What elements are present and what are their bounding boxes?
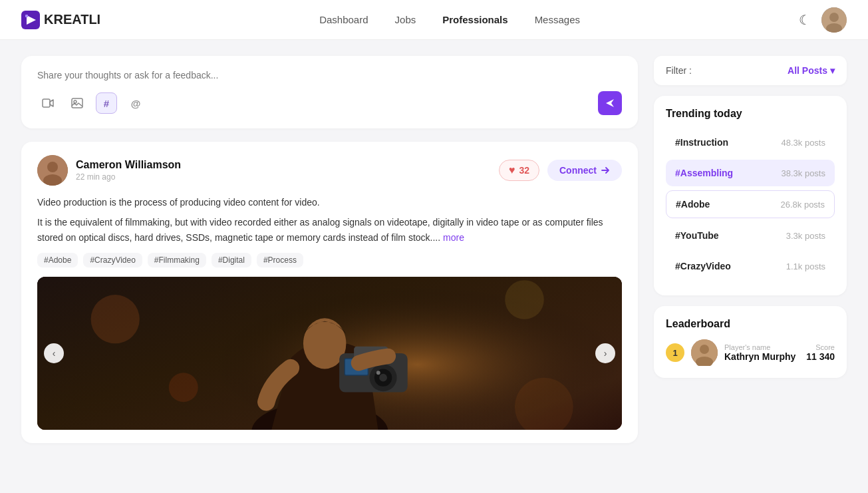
video-tool-button[interactable] bbox=[37, 92, 59, 114]
svg-point-24 bbox=[91, 295, 140, 343]
trend-tag-crazyvideo: #CrazyVideo bbox=[675, 261, 731, 271]
rank-badge-1: 1 bbox=[666, 343, 684, 362]
filter-value-label: All Posts bbox=[788, 65, 827, 76]
hashtag-tool-button[interactable]: # bbox=[96, 92, 117, 114]
trend-item-youtube[interactable]: #YouTube 3.3k posts bbox=[666, 222, 835, 249]
leaderboard-card: Leaderboard 1 Player's name Kathryn Murp… bbox=[654, 306, 847, 378]
mention-icon: @ bbox=[131, 98, 141, 109]
connect-label: Connect bbox=[559, 165, 597, 176]
lb-avatar-image bbox=[691, 339, 718, 366]
leaderboard-avatar-1 bbox=[691, 339, 718, 366]
post-card: Cameron Williamson 22 min ago ♥ 32 Conne… bbox=[21, 142, 638, 443]
trend-item-crazyvideo[interactable]: #CrazyVideo 1.1k posts bbox=[666, 253, 835, 279]
lb-name-label: Player's name bbox=[724, 343, 799, 351]
tag-filmmaking[interactable]: #Filmmaking bbox=[148, 253, 206, 267]
post-image-svg bbox=[37, 277, 622, 430]
trend-item-instruction[interactable]: #Instruction 48.3k posts bbox=[666, 129, 835, 156]
post-author: Cameron Williamson 22 min ago bbox=[37, 155, 181, 186]
main-nav: Dashboard Jobs Professionals Messages bbox=[319, 14, 580, 25]
trend-tag-youtube: #YouTube bbox=[675, 230, 719, 241]
lb-score-label: Score bbox=[806, 343, 835, 351]
filter-bar: Filter : All Posts ▾ bbox=[654, 56, 847, 85]
trend-count-crazyvideo: 1.1k posts bbox=[786, 261, 825, 271]
trending-card: Trending today #Instruction 48.3k posts … bbox=[654, 96, 847, 295]
dark-mode-toggle[interactable]: ☾ bbox=[799, 12, 811, 28]
svg-rect-6 bbox=[43, 99, 50, 107]
lb-score: 11 340 bbox=[806, 351, 835, 362]
nav-dashboard[interactable]: Dashboard bbox=[319, 14, 368, 25]
author-info: Cameron Williamson 22 min ago bbox=[76, 159, 181, 182]
sidebar-column: Filter : All Posts ▾ Trending today #Ins… bbox=[654, 56, 847, 443]
hashtag-icon: # bbox=[104, 98, 109, 109]
trend-tag-adobe: #Adobe bbox=[676, 199, 710, 210]
post-tags: #Adobe #CrazyVideo #Filmmaking #Digital … bbox=[37, 253, 622, 267]
svg-point-26 bbox=[169, 373, 198, 402]
svg-point-10 bbox=[47, 162, 58, 172]
author-avatar bbox=[37, 155, 68, 186]
carousel-prev-button[interactable]: ‹ bbox=[44, 343, 64, 363]
svg-point-21 bbox=[376, 371, 380, 375]
post-header: Cameron Williamson 22 min ago ♥ 32 Conne… bbox=[37, 155, 622, 186]
svg-point-25 bbox=[505, 280, 544, 319]
trend-tag-assembling: #Assembling bbox=[675, 168, 733, 178]
image-tool-button[interactable] bbox=[67, 92, 88, 114]
more-link[interactable]: more bbox=[443, 232, 464, 243]
lb-name: Kathryn Murphy bbox=[724, 351, 799, 362]
trend-count-youtube: 3.3k posts bbox=[786, 231, 825, 241]
post-image: ‹ › bbox=[37, 277, 622, 430]
logo[interactable]: KREATLI bbox=[21, 11, 100, 29]
trend-item-assembling[interactable]: #Assembling 38.3k posts bbox=[666, 160, 835, 186]
like-button[interactable]: ♥ 32 bbox=[499, 160, 539, 181]
tag-adobe[interactable]: #Adobe bbox=[37, 253, 78, 267]
carousel-next-button[interactable]: › bbox=[595, 343, 615, 363]
post-text-2: It is the equivalent of filmmaking, but … bbox=[37, 215, 622, 245]
filter-label: Filter : bbox=[666, 65, 692, 76]
composer-input[interactable] bbox=[37, 70, 622, 81]
svg-rect-7 bbox=[72, 98, 82, 108]
mention-tool-button[interactable]: @ bbox=[125, 92, 146, 114]
leaderboard-score-col: Score 11 340 bbox=[806, 343, 835, 362]
filter-chevron-icon: ▾ bbox=[830, 65, 835, 76]
send-button[interactable] bbox=[598, 91, 622, 115]
svg-point-20 bbox=[379, 374, 387, 382]
author-time: 22 min ago bbox=[76, 172, 181, 182]
post-text-1: Video production is the process of produ… bbox=[37, 195, 622, 210]
tag-digital[interactable]: #Digital bbox=[212, 253, 251, 267]
trending-title: Trending today bbox=[666, 108, 835, 120]
post-actions: ♥ 32 Connect bbox=[499, 160, 622, 181]
like-count: 32 bbox=[519, 165, 529, 176]
image-icon bbox=[71, 97, 83, 109]
main-layout: # @ bbox=[0, 40, 868, 459]
send-icon bbox=[605, 98, 615, 108]
logo-icon bbox=[21, 11, 40, 29]
connect-arrow-icon bbox=[601, 166, 610, 175]
author-name: Cameron Williamson bbox=[76, 159, 181, 171]
header: KREATLI Dashboard Jobs Professionals Mes… bbox=[0, 0, 868, 40]
feed-column: # @ bbox=[21, 56, 638, 443]
leaderboard-title: Leaderboard bbox=[666, 318, 835, 330]
leaderboard-item-1: 1 Player's name Kathryn Murphy Score 11 … bbox=[666, 339, 835, 366]
video-icon bbox=[42, 97, 54, 109]
heart-icon: ♥ bbox=[509, 164, 515, 176]
post-composer: # @ bbox=[21, 56, 638, 128]
header-right: ☾ bbox=[799, 7, 847, 33]
nav-messages[interactable]: Messages bbox=[535, 14, 580, 25]
tag-crazyvideo[interactable]: #CrazyVideo bbox=[83, 253, 142, 267]
trend-count-instruction: 48.3k posts bbox=[782, 138, 826, 148]
trend-item-adobe[interactable]: #Adobe 26.8k posts bbox=[666, 190, 835, 218]
trend-count-adobe: 26.8k posts bbox=[781, 200, 825, 210]
user-avatar[interactable] bbox=[821, 7, 847, 33]
filter-dropdown[interactable]: All Posts ▾ bbox=[788, 65, 835, 76]
trend-tag-instruction: #Instruction bbox=[675, 137, 728, 148]
composer-toolbar: # @ bbox=[37, 91, 622, 115]
leaderboard-info-1: Player's name Kathryn Murphy bbox=[724, 343, 799, 362]
composer-tools: # @ bbox=[37, 92, 146, 114]
nav-professionals[interactable]: Professionals bbox=[442, 14, 507, 25]
connect-button[interactable]: Connect bbox=[547, 160, 622, 181]
tag-process[interactable]: #Process bbox=[257, 253, 303, 267]
svg-point-29 bbox=[700, 345, 709, 354]
logo-text: KREATLI bbox=[44, 12, 100, 27]
nav-jobs[interactable]: Jobs bbox=[395, 14, 416, 25]
avatar-image bbox=[821, 7, 847, 33]
svg-rect-2 bbox=[25, 15, 28, 17]
